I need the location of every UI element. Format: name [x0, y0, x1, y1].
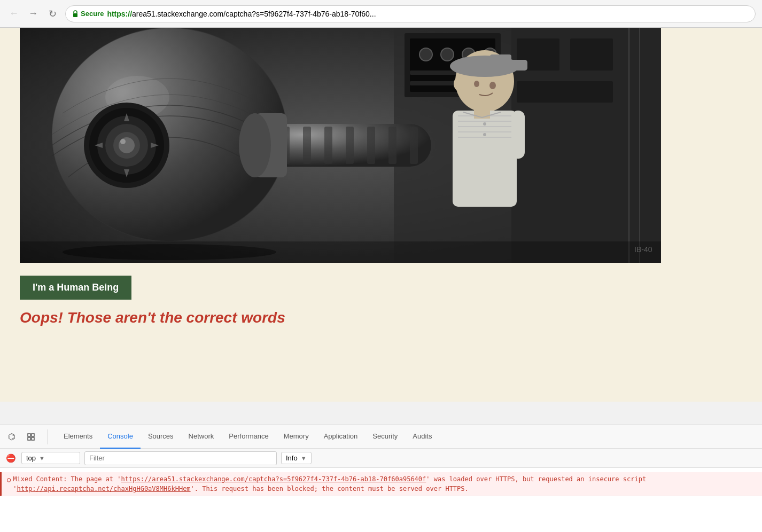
devtools-console: ○ Mixed Content: The page at 'https://ar…	[0, 468, 762, 532]
error-message: Oops! Those aren't the correct words	[20, 309, 742, 326]
svg-point-5	[419, 48, 432, 61]
browser-chrome: ← → ↻ Secure https://area51.stackexchang…	[0, 0, 762, 28]
svg-rect-56	[20, 241, 661, 263]
robot-illustration: IB-40	[20, 28, 661, 263]
svg-rect-34	[410, 127, 418, 164]
url-domain: area51.stackexchange.com	[132, 10, 223, 18]
page-url-link-2[interactable]: 6-ab18-70f60a95640f	[353, 475, 426, 483]
top-context-dropdown[interactable]: top ▼	[21, 452, 80, 464]
filter-input[interactable]	[84, 451, 277, 465]
tab-application[interactable]: Application	[316, 425, 366, 449]
insecure-script-link[interactable]: http://api.recaptcha.net/cha	[17, 485, 125, 492]
human-being-button[interactable]: I'm a Human Being	[20, 276, 131, 300]
pointer-icon[interactable]: ⌬	[4, 429, 19, 444]
devtools-toolbar: ⛔ top ▼ Info ▼	[0, 449, 762, 468]
nav-buttons: ← → ↻	[6, 6, 60, 21]
svg-point-36	[239, 113, 271, 177]
svg-rect-57	[28, 434, 30, 436]
svg-rect-60	[32, 437, 34, 440]
reload-button[interactable]: ↻	[45, 6, 60, 21]
error-circle-icon: ○	[7, 475, 11, 484]
forward-button[interactable]: →	[26, 6, 41, 21]
svg-rect-33	[388, 127, 396, 164]
insecure-script-link-2[interactable]: xHgHG0aV8MH6kHHem	[125, 485, 191, 492]
devtools-panel: ⌬ Elements Console Sources Network Perfo…	[0, 425, 762, 532]
svg-point-26	[120, 139, 126, 144]
back-button[interactable]: ←	[6, 6, 21, 21]
svg-rect-58	[32, 434, 34, 436]
svg-point-6	[441, 48, 454, 61]
tab-console[interactable]: Console	[100, 425, 141, 449]
robot-image-container: IB-40	[0, 28, 762, 263]
tab-memory[interactable]: Memory	[276, 425, 316, 449]
svg-rect-13	[570, 38, 613, 71]
tab-performance[interactable]: Performance	[221, 425, 276, 449]
url-https: https://	[107, 10, 132, 18]
address-bar[interactable]: Secure https://area51.stackexchange.com/…	[65, 5, 756, 22]
tab-audits[interactable]: Audits	[405, 425, 439, 449]
devtools-icon-group: ⌬	[4, 429, 48, 444]
no-entry-icon[interactable]: ⛔	[4, 452, 17, 465]
svg-rect-53	[511, 111, 525, 159]
lock-icon	[72, 10, 79, 18]
page-body: I'm a Human Being Oops! Those aren't the…	[0, 263, 762, 339]
tab-network[interactable]: Network	[181, 425, 222, 449]
tab-security[interactable]: Security	[365, 425, 405, 449]
secure-label: Secure	[72, 10, 104, 18]
tab-elements[interactable]: Elements	[56, 425, 100, 449]
console-error-line: ○ Mixed Content: The page at 'https://ar…	[0, 472, 762, 496]
tab-sources[interactable]: Sources	[141, 425, 181, 449]
svg-point-41	[489, 82, 496, 89]
svg-rect-59	[28, 437, 30, 440]
url-display: https://area51.stackexchange.com/captcha…	[107, 10, 376, 18]
svg-rect-31	[346, 127, 354, 164]
url-path: /captcha?s=5f9627f4-737f-4b76-ab18-70f60…	[223, 10, 376, 18]
svg-point-52	[483, 133, 486, 136]
svg-rect-32	[367, 127, 375, 164]
info-level-dropdown[interactable]: Info ▼	[281, 452, 312, 464]
page-url-link[interactable]: https://area51.stackexchange.com/captcha…	[121, 475, 353, 483]
dropdown-chevron: ▼	[39, 455, 45, 461]
svg-point-42	[474, 81, 479, 87]
page-content: IB-40 I'm a Human Being Oops! Those aren…	[0, 28, 762, 402]
svg-rect-14	[517, 81, 613, 103]
console-error-text: Mixed Content: The page at 'https://area…	[13, 474, 753, 494]
svg-point-51	[483, 122, 486, 126]
svg-rect-30	[324, 127, 332, 164]
info-dropdown-chevron: ▼	[301, 455, 307, 461]
svg-rect-29	[303, 127, 311, 164]
devtools-tabs: ⌬ Elements Console Sources Network Perfo…	[0, 425, 762, 449]
robot-image: IB-40	[20, 28, 661, 263]
svg-point-43	[454, 77, 462, 90]
svg-rect-0	[73, 13, 77, 17]
svg-rect-40	[490, 54, 511, 62]
element-picker-icon[interactable]	[24, 429, 38, 444]
